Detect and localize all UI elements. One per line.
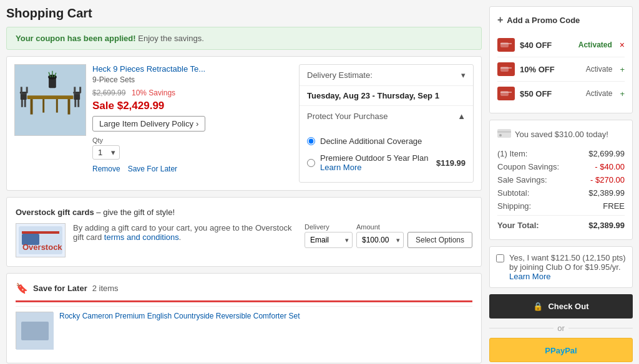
bookmark-icon: 🔖 xyxy=(16,282,28,294)
plus-icon: + xyxy=(497,14,503,26)
promo-status-1: Activate xyxy=(586,65,613,74)
checkout-button[interactable]: 🔒 Check Out xyxy=(489,294,633,318)
decline-option[interactable]: Decline Additional Coverage xyxy=(307,133,466,150)
club-o-inner: Yes, I want $121.50 (12,150 pts) by join… xyxy=(496,253,626,281)
terms-link[interactable]: terms and conditions xyxy=(104,232,179,242)
promo-title: Add a Promo Code xyxy=(507,16,580,25)
order-line-total: Your Total: $2,389.99 xyxy=(497,215,625,232)
order-value-3: $2,389.99 xyxy=(588,188,625,198)
svg-point-37 xyxy=(499,134,502,136)
premiere-radio[interactable] xyxy=(307,159,315,167)
gift-cards-body: Overstock By adding a gift card to your … xyxy=(16,223,472,257)
page-wrapper: Shopping Cart Your coupon has been appli… xyxy=(0,0,639,364)
amount-select-wrapper[interactable]: $25.00 $50.00 $100.00 $150.00 $200.00 xyxy=(356,232,404,248)
promo-tag-icon-2 xyxy=(497,87,515,100)
delivery-select-group: Delivery Email Physical xyxy=(305,223,353,248)
svg-rect-31 xyxy=(500,67,509,72)
promo-close-0[interactable]: × xyxy=(620,40,625,50)
delivery-header: Delivery Estimate: ▾ xyxy=(300,65,473,86)
delivery-box: Delivery Estimate: ▾ Tuesday, Aug 23 - T… xyxy=(299,64,474,183)
svg-rect-8 xyxy=(21,100,23,107)
qty-dropdown-arrow[interactable]: ▾ xyxy=(107,146,119,159)
order-line-0: (1) Item: $2,699.99 xyxy=(497,147,625,160)
svg-rect-9 xyxy=(24,100,26,107)
promo-label-0: $40 OFF xyxy=(520,41,573,50)
decline-radio[interactable] xyxy=(307,137,315,145)
paypal-button[interactable]: PPayPal xyxy=(489,338,633,362)
promo-label-2: $50 OFF xyxy=(520,89,581,98)
svg-rect-5 xyxy=(56,99,58,113)
gift-card-text: By adding a gift card to your cart, you … xyxy=(73,223,297,242)
product-title[interactable]: Heck 9 Pieces Retractable Te... xyxy=(92,64,293,74)
svg-rect-2 xyxy=(31,99,33,115)
action-links: Remove Save For Later xyxy=(92,165,293,173)
order-label-1: Coupon Savings: xyxy=(497,162,559,171)
premiere-option[interactable]: Premiere Outdoor 5 Year Plan Learn More … xyxy=(307,150,466,176)
delivery-estimate-label: Delivery Estimate: xyxy=(307,70,373,80)
promo-title-row: + Add a Promo Code xyxy=(497,14,625,26)
svg-rect-17 xyxy=(79,87,81,93)
promo-action-2[interactable]: + xyxy=(620,89,625,98)
svg-rect-25 xyxy=(22,231,59,234)
promo-status-2: Activate xyxy=(586,89,613,98)
gift-card-image: Overstock xyxy=(16,223,66,257)
original-price: $2,699.99 xyxy=(92,89,125,97)
save-item-image xyxy=(16,312,53,349)
promo-action-1[interactable]: + xyxy=(620,65,625,74)
svg-rect-4 xyxy=(42,99,44,113)
savings-pct: 10% Savings xyxy=(132,89,175,97)
qty-wrapper[interactable]: 1 ▾ xyxy=(92,145,120,160)
save-later-header: 🔖 Save for Later 2 items xyxy=(16,282,472,294)
save-later-divider xyxy=(16,300,472,302)
lock-icon: 🔒 xyxy=(533,302,543,311)
save-later-item: Rocky Cameron Premium English Countrysid… xyxy=(16,306,472,354)
svg-rect-35 xyxy=(497,129,511,138)
savings-icon xyxy=(497,128,511,141)
protect-header[interactable]: Protect Your Purchase ▲ xyxy=(300,106,473,127)
promo-tag-icon-1 xyxy=(497,62,515,76)
amount-select[interactable]: $25.00 $50.00 $100.00 $150.00 $200.00 xyxy=(356,232,404,248)
svg-rect-7 xyxy=(21,93,27,100)
order-total-label: Your Total: xyxy=(497,221,539,230)
remove-link[interactable]: Remove xyxy=(92,165,120,173)
gift-cards-rest: – give the gift of style! xyxy=(94,208,175,217)
order-value-2: - $270.00 xyxy=(590,175,625,184)
coupon-enjoy-text: Enjoy the savings. xyxy=(138,34,204,43)
save-for-later-link[interactable]: Save For Later xyxy=(128,165,177,173)
svg-rect-15 xyxy=(77,100,79,107)
amount-select-group: Amount $25.00 $50.00 $100.00 $150.00 $20… xyxy=(356,223,404,248)
order-value-4: FREE xyxy=(603,201,625,211)
order-total-value: $2,389.99 xyxy=(588,221,625,230)
product-set: 9-Piece Sets xyxy=(92,75,293,84)
large-item-delivery-button[interactable]: Large Item Delivery Policy › xyxy=(92,116,205,132)
club-o-box: Yes, I want $121.50 (12,150 pts) by join… xyxy=(489,246,633,288)
save-later-label: Save for Later xyxy=(33,284,87,293)
promo-tag-icon-0 xyxy=(497,38,515,52)
promo-label-1: 10% OFF xyxy=(520,65,581,74)
svg-rect-36 xyxy=(497,131,511,133)
learn-more-link[interactable]: Learn More xyxy=(320,163,361,172)
savings-icon-row: You saved $310.00 today! xyxy=(497,128,625,141)
club-o-learn-more[interactable]: Learn More xyxy=(509,272,550,281)
amount-label: Amount xyxy=(356,223,404,231)
svg-rect-33 xyxy=(500,91,509,96)
gift-card-selects-row: Delivery Email Physical Amount xyxy=(305,223,472,248)
large-item-label: Large Item Delivery Policy xyxy=(99,119,193,128)
club-o-checkbox[interactable] xyxy=(496,254,504,262)
savings-box: You saved $310.00 today! (1) Item: $2,69… xyxy=(489,120,633,240)
page-title: Shopping Cart xyxy=(6,6,482,21)
premiere-price: $119.99 xyxy=(436,158,466,168)
select-options-button[interactable]: Select Options xyxy=(407,232,472,248)
qty-label: Qty xyxy=(92,136,293,144)
cart-item-box: Heck 9 Pieces Retractable Te... 9-Piece … xyxy=(6,56,482,191)
delivery-select-wrapper[interactable]: Email Physical xyxy=(305,232,353,248)
checkout-label: Check Out xyxy=(548,302,588,311)
order-value-1: - $40.00 xyxy=(595,162,625,171)
order-label-0: (1) Item: xyxy=(497,149,527,158)
delivery-chevron-icon: ▾ xyxy=(461,70,466,80)
sale-price: Sale $2,429.99 xyxy=(92,100,293,112)
svg-rect-1 xyxy=(27,95,74,99)
gift-cards-bold: Overstock gift cards xyxy=(16,208,94,217)
order-label-4: Shipping: xyxy=(497,201,531,211)
delivery-select[interactable]: Email Physical xyxy=(305,232,353,248)
